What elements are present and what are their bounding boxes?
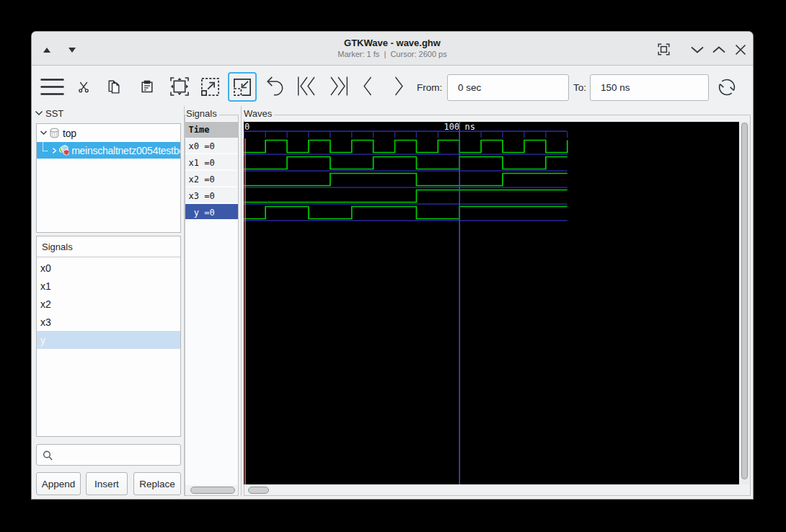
search-icon xyxy=(42,449,54,462)
signals-hscrollbar[interactable] xyxy=(185,484,238,495)
zoom-fit-icon xyxy=(170,77,189,96)
go-first-icon xyxy=(297,76,317,96)
toolbar: From: 0 sec To: 150 ns xyxy=(32,66,753,106)
sst-label: SST xyxy=(45,108,63,119)
zoom-original-icon xyxy=(201,78,219,96)
facility-row-y[interactable]: y xyxy=(37,331,180,349)
chevron-down-icon xyxy=(690,45,705,54)
undo-icon xyxy=(266,76,283,96)
title-block: GTKWave - wave.ghw Marker: 1 fs | Cursor… xyxy=(32,37,753,59)
pane-splitter[interactable] xyxy=(241,106,242,496)
zoom-in-icon xyxy=(234,79,251,96)
from-input[interactable]: 0 sec xyxy=(447,74,569,101)
zoom-original-button[interactable] xyxy=(201,78,219,96)
go-next-icon xyxy=(394,76,405,96)
facility-row-x0[interactable]: x0 xyxy=(37,259,180,277)
signal-row-x3[interactable]: x3 =0 xyxy=(185,187,238,204)
signal-row-x0[interactable]: x0 =0 xyxy=(185,138,238,154)
signals-frame-label: Signals xyxy=(186,108,219,120)
module-icon xyxy=(59,144,69,157)
signals-hscrollbar-thumb[interactable] xyxy=(190,487,235,494)
cut-button[interactable] xyxy=(76,80,91,94)
facilities-panel: Signals x0x1x2x3y xyxy=(36,236,181,437)
sst-expander-icon xyxy=(35,109,43,118)
waves-vscrollbar[interactable] xyxy=(740,122,751,484)
to-label: To: xyxy=(573,82,586,94)
tree-label-module: meinschaltnetz0054testbench xyxy=(71,145,180,156)
facility-row-x3[interactable]: x3 xyxy=(37,313,180,331)
desktop: GTKWave - wave.ghw Marker: 1 fs | Cursor… xyxy=(0,0,786,532)
minimize-button[interactable] xyxy=(690,45,705,54)
close-icon xyxy=(733,43,748,57)
titlebar[interactable]: GTKWave - wave.ghw Marker: 1 fs | Cursor… xyxy=(32,32,753,66)
signal-row-x2[interactable]: x2 =0 xyxy=(185,171,238,187)
window-title: GTKWave - wave.ghw xyxy=(32,37,753,49)
expander-right-icon xyxy=(52,147,57,154)
fullscreen-button[interactable] xyxy=(657,43,671,56)
time-header[interactable]: Time xyxy=(185,122,238,138)
paste-icon xyxy=(140,79,154,93)
to-input[interactable]: 150 ns xyxy=(590,74,709,101)
copy-icon xyxy=(107,79,122,94)
zoom-fit-button[interactable] xyxy=(170,77,189,96)
append-button[interactable]: Append xyxy=(36,472,81,495)
reload-icon xyxy=(717,78,736,97)
go-previous-button[interactable] xyxy=(362,76,373,96)
waves-frame: 0100 ns xyxy=(244,115,751,496)
signal-row-y[interactable]: y =0 xyxy=(185,204,238,221)
waves-vscrollbar-thumb[interactable] xyxy=(741,123,748,479)
go-next-button[interactable] xyxy=(394,76,405,96)
signal-row-x1[interactable]: x1 =0 xyxy=(185,154,238,171)
copy-button[interactable] xyxy=(107,79,122,94)
replace-button[interactable]: Replace xyxy=(133,472,181,495)
waves-hscrollbar-thumb[interactable] xyxy=(248,487,269,494)
hierarchy-top-icon xyxy=(50,128,59,138)
chevron-up-icon xyxy=(712,45,726,54)
undo-button[interactable] xyxy=(266,76,283,96)
window-subtitle: Marker: 1 fs | Cursor: 2600 ps xyxy=(32,49,753,59)
sst-tree: top meinschaltnetz0054testbench xyxy=(36,123,181,233)
tree-row-top[interactable]: top xyxy=(37,124,180,142)
insert-button[interactable]: Insert xyxy=(86,472,128,495)
signals-frame: Time x0 =0x1 =0x2 =0x3 =0 y =0 xyxy=(185,115,239,496)
tree-label-top: top xyxy=(63,128,76,139)
go-last-button[interactable] xyxy=(329,76,348,96)
wave-canvas[interactable]: 0100 ns xyxy=(244,122,739,484)
sst-expander[interactable]: SST xyxy=(35,107,63,120)
facilities-header: Signals xyxy=(37,236,180,257)
menu-button[interactable] xyxy=(40,78,64,96)
fullscreen-icon xyxy=(657,43,671,56)
maximize-button[interactable] xyxy=(712,45,726,54)
menu-icon xyxy=(40,78,64,96)
search-input[interactable] xyxy=(36,444,181,466)
tree-row-module[interactable]: meinschaltnetz0054testbench xyxy=(37,142,180,159)
go-first-button[interactable] xyxy=(297,76,317,96)
zoom-in-button[interactable] xyxy=(228,72,257,102)
from-label: From: xyxy=(417,82,442,94)
cut-icon xyxy=(76,80,91,94)
tree-guide-line xyxy=(43,151,48,151)
expander-down-icon xyxy=(40,129,48,137)
tree-guide-line xyxy=(43,142,43,151)
waves-hscrollbar[interactable] xyxy=(244,484,740,495)
reload-button[interactable] xyxy=(717,78,736,97)
go-previous-icon xyxy=(362,76,373,96)
gtkwave-window: GTKWave - wave.ghw Marker: 1 fs | Cursor… xyxy=(32,32,753,499)
facility-row-x1[interactable]: x1 xyxy=(37,277,180,295)
svg-text:0: 0 xyxy=(244,122,250,132)
facility-row-x2[interactable]: x2 xyxy=(37,295,180,313)
waves-frame-label: Waves xyxy=(244,108,274,120)
paste-button[interactable] xyxy=(140,79,154,93)
go-last-icon xyxy=(329,76,348,96)
close-button[interactable] xyxy=(733,43,748,57)
